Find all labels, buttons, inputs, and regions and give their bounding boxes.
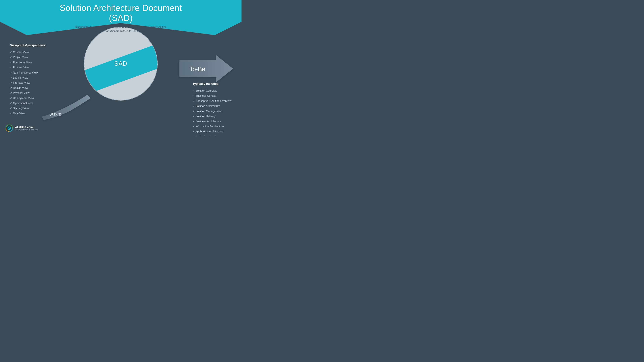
sad-circle: SAD (84, 27, 158, 100)
list-item: Data View (10, 111, 46, 116)
subtitle-description: Blueprint for the solution with all aspe… (0, 25, 242, 33)
includes-heading: Typically includes: (192, 82, 232, 86)
logo-name: ALMBoK.com (15, 126, 38, 129)
sad-label: SAD (114, 60, 127, 67)
viewpoints-list: Context View Project View Functional Vie… (10, 50, 46, 116)
svg-point-8 (9, 128, 10, 129)
list-item: Technology Architecture (192, 134, 232, 136)
list-item: Solution Architecture (192, 104, 232, 109)
list-item: Application Architecture (192, 129, 232, 134)
right-panel: Typically includes: Solution Overview Bu… (192, 82, 232, 136)
list-item: Conceptual Solution Overview (192, 98, 232, 104)
includes-list: Solution Overview Business Context Conce… (192, 88, 232, 136)
list-item: Physical View (10, 90, 46, 95)
left-panel: Viewpoints/perspectives: Context View Pr… (10, 43, 46, 116)
viewpoints-heading: Viewpoints/perspectives: (10, 43, 46, 47)
svg-text:To-Be: To-Be (190, 66, 205, 72)
logo-area: ALMBoK.com Quality software in less time (5, 124, 38, 132)
list-item: Solution Delivery (192, 114, 232, 119)
list-item: Logical View (10, 75, 46, 80)
circle-container: SAD (84, 27, 158, 100)
list-item: Business Context (192, 93, 232, 98)
list-item: Context View (10, 50, 46, 55)
title-line1: Solution Architecture Document (60, 3, 182, 13)
logo-icon (5, 124, 14, 132)
list-item: Solution Overview (192, 88, 232, 93)
list-item: Security View (10, 106, 46, 111)
list-item: Solution Management (192, 109, 232, 114)
list-item: Process View (10, 65, 46, 70)
list-item: Functional View (10, 60, 46, 65)
list-item: Business Architecture (192, 119, 232, 124)
tobe-arrow: To-Be (180, 52, 236, 86)
list-item: Operational View (10, 101, 46, 106)
svg-text:As-Is: As-Is (50, 112, 61, 117)
logo-tagline: Quality software in less time (15, 129, 38, 131)
list-item: Deployment View (10, 96, 46, 101)
list-item: Design View (10, 85, 46, 90)
title-line2: (SAD) (109, 13, 133, 23)
logo-text-area: ALMBoK.com Quality software in less time (15, 126, 38, 131)
list-item: Non-Functional View (10, 70, 46, 75)
list-item: Interface View (10, 80, 46, 85)
list-item: Information Architecture (192, 124, 232, 129)
main-title: Solution Architecture Document (SAD) (0, 3, 242, 23)
list-item: Project View (10, 55, 46, 60)
title-area: Solution Architecture Document (SAD) Blu… (0, 3, 242, 33)
tobe-arrow-svg: To-Be (180, 52, 236, 85)
